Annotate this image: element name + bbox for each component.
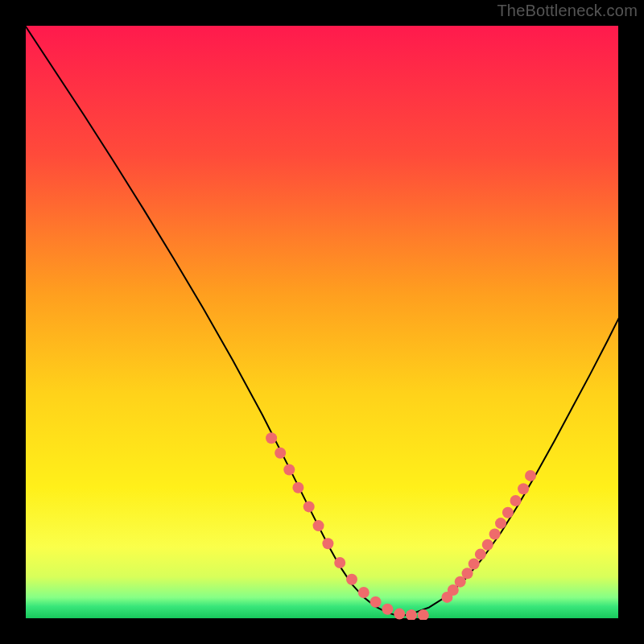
marker-markers-left [275,448,286,459]
attribution-text: TheBottleneck.com [497,2,638,20]
marker-markers-left [334,557,345,568]
marker-markers-right [502,507,514,518]
chart-container: TheBottleneck.com [0,0,644,644]
marker-markers-left [283,464,295,476]
marker-markers-left [394,609,405,620]
marker-markers-left [358,587,369,598]
marker-markers-left [303,501,315,512]
marker-markers-right [462,568,473,579]
marker-markers-right [510,495,522,506]
marker-markers-left [313,520,324,531]
marker-markers-left [292,482,303,493]
marker-markers-left [266,432,277,444]
marker-markers-left [406,609,417,620]
marker-markers-left [382,604,393,615]
marker-markers-right [489,528,501,539]
marker-markers-left [346,574,357,585]
marker-markers-right [482,539,493,551]
marker-markers-right [495,518,506,529]
series-curve-right [399,316,620,617]
series-curve-left [24,24,399,617]
marker-markers-left [370,597,382,608]
marker-markers-right [518,483,529,494]
marker-markers-right [525,470,536,481]
marker-markers-right [469,558,480,569]
marker-markers-right [475,549,486,560]
chart-svg [24,24,620,620]
marker-markers-left [322,538,333,549]
